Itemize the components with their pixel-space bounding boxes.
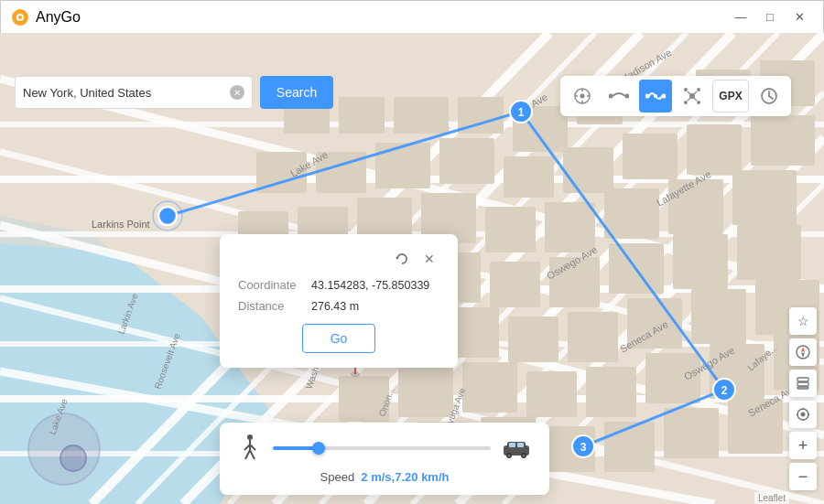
route-icon: [609, 89, 629, 103]
star-button[interactable]: ☆: [789, 307, 817, 335]
svg-point-139: [247, 434, 253, 440]
close-button[interactable]: ✕: [786, 5, 812, 30]
speed-slider-wrap[interactable]: [273, 446, 491, 450]
svg-rect-42: [504, 156, 554, 198]
svg-line-133: [688, 98, 690, 101]
svg-rect-45: [687, 124, 742, 175]
app-logo-icon: [12, 9, 28, 26]
svg-marker-138: [396, 257, 399, 260]
gpx-button[interactable]: GPX: [712, 80, 749, 113]
svg-rect-147: [509, 443, 515, 447]
maximize-button[interactable]: □: [757, 5, 783, 30]
svg-rect-62: [673, 234, 728, 289]
titlebar: AnyGo ― □ ✕: [1, 1, 823, 34]
svg-line-131: [688, 91, 690, 94]
svg-line-137: [769, 96, 773, 99]
popup-coordinate-value: 43.154283, -75.850339: [311, 279, 429, 292]
svg-rect-30: [339, 97, 385, 134]
minimize-button[interactable]: ―: [728, 5, 754, 30]
popup-go-button[interactable]: Go: [302, 324, 375, 353]
svg-rect-68: [568, 312, 618, 362]
svg-rect-44: [623, 134, 678, 179]
search-clear-button[interactable]: ✕: [230, 85, 244, 100]
joystick-tool-button[interactable]: [676, 80, 709, 113]
info-popup: ✕ Coordinate 43.154283, -75.850339 Dista…: [220, 234, 458, 368]
svg-point-124: [662, 94, 667, 99]
joystick[interactable]: [27, 413, 101, 486]
compass-button[interactable]: [789, 338, 817, 366]
svg-line-143: [245, 450, 250, 459]
search-input[interactable]: [23, 86, 230, 100]
svg-rect-156: [797, 378, 808, 381]
svg-rect-52: [545, 202, 595, 252]
locate-button[interactable]: [789, 401, 817, 428]
popup-undo-button[interactable]: [392, 249, 412, 269]
svg-point-122: [625, 94, 630, 99]
popup-coordinate-row: Coordinate 43.154283, -75.850339: [238, 278, 439, 292]
walk-icon: [238, 434, 262, 463]
svg-rect-74: [462, 362, 517, 413]
svg-rect-40: [375, 143, 430, 188]
svg-point-123: [645, 94, 650, 99]
svg-rect-55: [732, 170, 797, 225]
zoom-in-button[interactable]: +: [789, 432, 817, 459]
svg-rect-158: [797, 387, 808, 389]
layers-button[interactable]: [789, 370, 817, 397]
popup-close-button[interactable]: ✕: [419, 249, 439, 269]
speed-slider-thumb[interactable]: [312, 442, 325, 455]
svg-point-120: [580, 94, 585, 99]
compass-icon: [796, 345, 810, 359]
speed-icons-row: [238, 434, 531, 463]
layers-icon: [796, 376, 810, 391]
svg-rect-63: [737, 225, 801, 280]
joystick-knob[interactable]: [60, 445, 87, 472]
nodes-icon: [683, 87, 701, 105]
svg-rect-157: [797, 382, 808, 386]
searchbar: ✕ Search: [15, 76, 333, 109]
crosshair-icon: [573, 87, 591, 105]
speed-panel: Speed 2 m/s,7.20 km/h: [220, 423, 549, 495]
car-icon: [502, 438, 531, 458]
locate-icon: [796, 407, 810, 422]
svg-point-127: [684, 88, 688, 91]
svg-rect-43: [563, 147, 613, 193]
titlebar-controls: ― □ ✕: [728, 5, 812, 30]
svg-text:Larkins Point: Larkins Point: [92, 219, 150, 230]
speed-slider-track: [273, 446, 491, 450]
speed-value: 2 m/s,7.20 km/h: [358, 470, 450, 484]
svg-rect-31: [394, 97, 449, 134]
svg-marker-155: [801, 352, 805, 358]
teleport-tool-button[interactable]: [566, 80, 599, 113]
search-button[interactable]: Search: [260, 76, 333, 109]
multi-stop-tool-button[interactable]: [639, 80, 672, 113]
svg-marker-154: [801, 347, 805, 352]
svg-point-152: [523, 455, 526, 457]
svg-point-2: [18, 16, 22, 19]
svg-rect-51: [485, 207, 536, 252]
svg-point-128: [697, 88, 700, 91]
undo-icon: [395, 252, 409, 266]
history-button[interactable]: [753, 80, 786, 113]
zoom-out-button[interactable]: −: [789, 463, 817, 490]
svg-rect-59: [490, 262, 540, 307]
svg-rect-83: [545, 426, 595, 472]
svg-point-160: [801, 413, 806, 417]
app-title: AnyGo: [36, 9, 81, 26]
map-container[interactable]: Lake Ave Lake Ave Madison Ave Lafayette …: [0, 33, 824, 504]
leaflet-attribution: Leaflet: [754, 492, 789, 504]
svg-rect-46: [751, 115, 815, 166]
one-stop-tool-button[interactable]: [602, 80, 635, 113]
svg-line-144: [250, 450, 255, 459]
svg-rect-61: [609, 243, 664, 294]
svg-rect-84: [604, 422, 655, 472]
svg-rect-70: [691, 289, 746, 344]
svg-line-132: [694, 91, 697, 94]
multipoint-icon: [645, 89, 666, 103]
svg-rect-32: [458, 97, 504, 134]
svg-rect-76: [586, 367, 636, 417]
svg-rect-75: [526, 371, 577, 417]
popup-distance-row: Distance 276.43 m: [238, 299, 439, 313]
gpx-label: GPX: [719, 90, 742, 102]
svg-point-129: [684, 101, 688, 104]
svg-line-134: [694, 98, 697, 101]
